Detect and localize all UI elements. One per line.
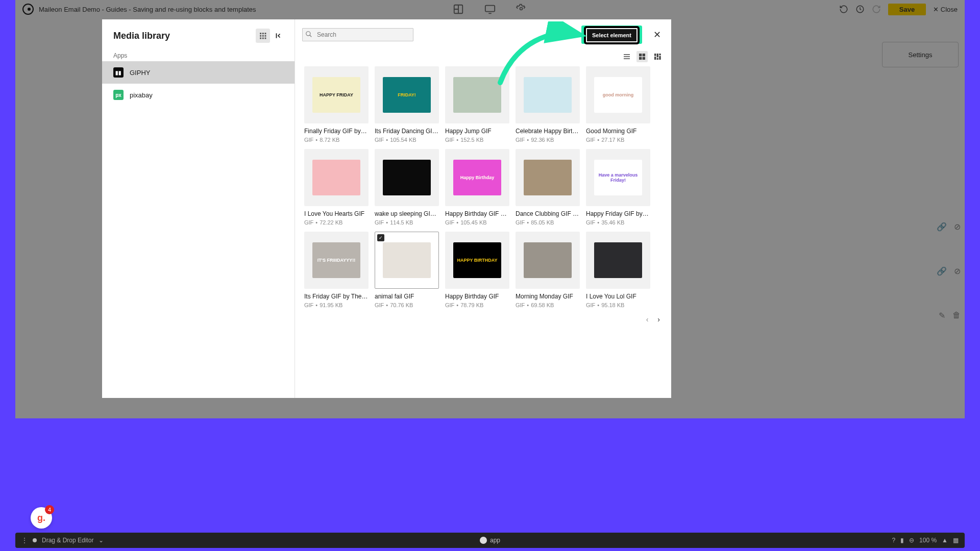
svg-rect-9	[265, 35, 266, 37]
gif-grid: HAPPY FRIDAYFinally Friday GIF by Win…GI…	[295, 66, 671, 311]
pixabay-icon: px	[113, 90, 124, 100]
close-modal-icon[interactable]: ✕	[653, 29, 661, 40]
svg-rect-7	[260, 35, 261, 37]
apps-grid-icon[interactable]: ▦	[953, 537, 959, 544]
menu-icon[interactable]: ⋮	[21, 537, 28, 544]
gif-thumb	[445, 66, 509, 123]
gif-thumb: Happy Birthday	[445, 149, 509, 206]
gif-title: Happy Jump GIF	[445, 128, 509, 135]
bottom-center: app	[480, 537, 500, 544]
gif-card[interactable]: ✓animal fail GIFGIF•70.76 KB	[375, 232, 439, 308]
grid-view-icon[interactable]	[636, 51, 648, 62]
svg-rect-11	[262, 38, 264, 39]
zoom-out-icon[interactable]: ⊖	[909, 537, 914, 544]
gif-title: animal fail GIF	[375, 293, 439, 300]
gif-card[interactable]: Morning Monday GIFGIF•69.58 KB	[516, 232, 580, 308]
bottom-bar: ⋮ Drag & Drop Editor ⌄ app ? ▮ ⊖ 100 % ▲…	[15, 533, 965, 548]
gif-card[interactable]: Celebrate Happy Birthda…GIF•92.36 KB	[516, 66, 580, 143]
gif-card[interactable]: Have a marvelous Friday!Happy Friday GIF…	[586, 149, 650, 226]
layers-icon[interactable]: ▮	[900, 537, 904, 544]
svg-rect-20	[659, 54, 660, 55]
svg-rect-16	[639, 57, 642, 60]
list-view-icon[interactable]	[621, 51, 632, 62]
gif-title: Its Friday Dancing GIF b…	[375, 128, 439, 135]
svg-rect-22	[659, 56, 660, 60]
gif-card[interactable]: I Love You Hearts GIFGIF•72.22 KB	[304, 149, 369, 226]
gif-meta: GIF•95.18 KB	[586, 302, 650, 308]
gif-card[interactable]: HAPPY BIRTHDAYHappy Birthday GIFGIF•78.7…	[445, 232, 509, 308]
svg-rect-23	[657, 58, 658, 60]
view-mode-row	[295, 49, 671, 66]
modal-toolbar: Select element ✕	[295, 19, 671, 49]
sidebar-item-label: GIPHY	[130, 69, 150, 77]
help-widget-letter: g.	[37, 513, 45, 523]
gif-thumb	[586, 232, 650, 289]
grid-toggle-icon[interactable]	[256, 29, 270, 43]
gif-title: Celebrate Happy Birthda…	[516, 128, 580, 135]
gif-thumb: good morning	[586, 66, 650, 123]
gif-card[interactable]: HAPPY FRIDAYFinally Friday GIF by Win…GI…	[304, 66, 369, 143]
search-icon	[305, 31, 312, 38]
collapse-sidebar-icon[interactable]	[273, 31, 283, 41]
gif-meta: GIF•70.76 KB	[375, 302, 439, 308]
gif-card[interactable]: FRIDAY!Its Friday Dancing GIF b…GIF•105.…	[375, 66, 439, 143]
gif-card[interactable]: good morningGood Morning GIFGIF•27.17 KB	[586, 66, 650, 143]
select-element-callout: Select element	[581, 26, 642, 44]
gif-meta: GIF•35.46 KB	[586, 219, 650, 226]
gif-thumb: HAPPY BIRTHDAY	[445, 232, 509, 289]
gif-meta: GIF•105.54 KB	[375, 137, 439, 143]
svg-rect-10	[260, 38, 261, 39]
gif-title: Morning Monday GIF	[516, 293, 580, 300]
pagination: ‹ ›	[295, 311, 671, 328]
gif-title: I Love You Hearts GIF	[304, 210, 369, 217]
gif-thumb	[516, 149, 580, 206]
gif-card[interactable]: Happy Jump GIFGIF•152.5 KB	[445, 66, 509, 143]
giphy-icon: ▮▮	[113, 67, 124, 78]
editor-mode-label[interactable]: Drag & Drop Editor	[42, 537, 93, 544]
next-page-icon[interactable]: ›	[657, 315, 660, 323]
svg-rect-21	[654, 57, 656, 60]
modal-sidebar: Media library Apps ▮▮ GIPHY px pixabay	[102, 19, 295, 398]
help-widget-count: 4	[45, 505, 54, 514]
gif-meta: GIF•78.79 KB	[445, 302, 509, 308]
search-input[interactable]	[302, 28, 413, 41]
sidebar-item-giphy[interactable]: ▮▮ GIPHY	[102, 61, 295, 84]
gif-title: Good Morning GIF	[586, 128, 650, 135]
gif-thumb	[516, 66, 580, 123]
chevron-down-icon[interactable]: ⌄	[99, 537, 104, 544]
gif-thumb: HAPPY FRIDAY	[304, 66, 369, 123]
gif-title: wake up sleeping GIF by…	[375, 210, 439, 217]
sidebar-item-pixabay[interactable]: px pixabay	[102, 84, 295, 106]
help-icon[interactable]: ?	[892, 537, 895, 544]
masonry-view-icon[interactable]	[652, 51, 663, 62]
prev-page-icon[interactable]: ‹	[646, 315, 649, 323]
svg-rect-8	[262, 35, 264, 37]
gif-thumb: IT'S FRIIIDAYYY!!	[304, 232, 369, 289]
gif-thumb: Have a marvelous Friday!	[586, 149, 650, 206]
svg-rect-14	[639, 54, 642, 56]
svg-rect-6	[265, 33, 266, 34]
svg-rect-12	[265, 38, 266, 39]
apps-section-label: Apps	[102, 48, 295, 61]
select-element-button[interactable]: Select element	[586, 28, 638, 42]
gif-thumb: FRIDAY!	[375, 66, 439, 123]
help-widget[interactable]: g. 4	[31, 507, 52, 529]
gif-card[interactable]: IT'S FRIIIDAYYY!!Its Friday GIF by The O…	[304, 232, 369, 308]
svg-rect-5	[262, 33, 264, 34]
gif-thumb	[375, 149, 439, 206]
gif-card[interactable]: wake up sleeping GIF by…GIF•114.5 KB	[375, 149, 439, 226]
gif-title: Happy Birthday GIF by H…	[445, 210, 509, 217]
gif-meta: GIF•85.05 KB	[516, 219, 580, 226]
gif-card[interactable]: Dance Clubbing GIF by C…GIF•85.05 KB	[516, 149, 580, 226]
bell-icon[interactable]: ▲	[942, 537, 948, 544]
gif-card[interactable]: I Love You Lol GIFGIF•95.18 KB	[586, 232, 650, 308]
gif-meta: GIF•92.36 KB	[516, 137, 580, 143]
gif-meta: GIF•72.22 KB	[304, 219, 369, 226]
gif-title: Happy Friday GIF by Eln…	[586, 210, 650, 217]
gif-card[interactable]: Happy BirthdayHappy Birthday GIF by H…GI…	[445, 149, 509, 226]
svg-rect-18	[654, 54, 656, 56]
checkmark-icon: ✓	[377, 234, 384, 241]
gif-title: Finally Friday GIF by Win…	[304, 128, 369, 135]
app-label: app	[490, 537, 500, 544]
status-dot-icon	[33, 538, 37, 542]
